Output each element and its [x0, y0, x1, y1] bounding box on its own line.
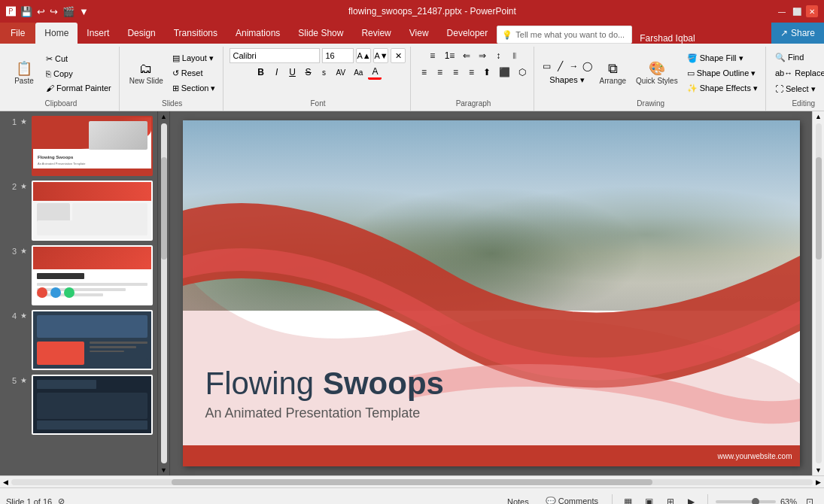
tab-design[interactable]: Design — [118, 23, 164, 44]
slide-thumb-3[interactable]: 3 ★ — [5, 245, 153, 305]
tab-file[interactable]: File — [0, 23, 35, 44]
slide-preview-1[interactable]: Flowing Swoops An Animated Presentation … — [32, 116, 153, 176]
view-normal-btn[interactable]: ▦ — [620, 493, 637, 505]
align-text-btn[interactable]: ⬛ — [496, 65, 513, 80]
change-case-btn[interactable]: Aa — [351, 65, 366, 80]
shapes-dropdown[interactable]: Shapes ▾ — [546, 74, 587, 87]
font-color-btn[interactable]: A — [368, 65, 382, 80]
save-icon[interactable]: 💾 — [20, 6, 32, 17]
align-center-btn[interactable]: ≡ — [433, 65, 446, 80]
scroll-down-btn[interactable]: ▼ — [159, 465, 169, 475]
main-scroll-thumb[interactable] — [816, 157, 822, 260]
tab-home[interactable]: Home — [35, 23, 78, 44]
copy-button[interactable]: ⎘ Copy — [43, 68, 114, 80]
font-family-input[interactable] — [230, 48, 320, 63]
slide-thumb-5[interactable]: 5 ★ — [5, 375, 153, 435]
h-scroll-left[interactable]: ◀ — [2, 477, 10, 487]
slide-preview-2[interactable] — [32, 181, 153, 241]
shape-arrow[interactable]: → — [567, 60, 579, 72]
close-btn[interactable]: ✕ — [806, 5, 818, 17]
maximize-btn[interactable]: ⬜ — [791, 5, 803, 17]
font-size-input[interactable] — [322, 48, 354, 63]
scroll-up-btn[interactable]: ▲ — [159, 111, 169, 122]
shape-line[interactable]: ╱ — [554, 60, 566, 72]
shadow-btn[interactable]: s — [318, 65, 331, 80]
share-button[interactable]: ↗ Share — [771, 23, 824, 44]
shape-outline-button[interactable]: ▭ Shape Outline ▾ — [684, 67, 761, 80]
redo-icon[interactable]: ↪ — [50, 6, 58, 17]
quick-styles-button[interactable]: 🎨 Quick Styles — [632, 59, 682, 87]
section-button[interactable]: ⊞ Section ▾ — [169, 82, 219, 95]
undo-icon[interactable]: ↩ — [37, 6, 45, 17]
layout-button[interactable]: ▤ Layout ▾ — [169, 52, 219, 65]
notes-button[interactable]: Notes — [501, 496, 535, 505]
view-reading-btn[interactable]: ⊞ — [662, 493, 679, 505]
ribbon-group-slides: 🗂 New Slide ▤ Layout ▾ ↺ Reset ⊞ Section… — [121, 47, 224, 111]
tab-view[interactable]: View — [400, 23, 438, 44]
align-left-btn[interactable]: ≡ — [417, 65, 430, 80]
char-spacing-btn[interactable]: AV — [333, 65, 349, 80]
replace-button[interactable]: ab↔ Replace ▾ — [772, 67, 824, 80]
select-button[interactable]: ⛶ Select ▾ — [772, 83, 824, 96]
window-controls: — ⬜ ✕ — [776, 5, 818, 17]
tab-animations[interactable]: Animations — [227, 23, 289, 44]
zoom-slider[interactable] — [716, 500, 776, 503]
h-scroll-thumb[interactable] — [172, 479, 652, 485]
format-painter-button[interactable]: 🖌 Format Painter — [43, 82, 114, 94]
view-slide-sorter-btn[interactable]: ▣ — [641, 493, 658, 505]
tab-transitions[interactable]: Transitions — [165, 23, 227, 44]
slide-preview-5[interactable] — [32, 375, 153, 435]
zoom-thumb[interactable] — [752, 498, 759, 505]
shape-ellipse[interactable]: ◯ — [581, 60, 593, 72]
cut-button[interactable]: ✂ Cut — [43, 53, 114, 65]
tab-insert[interactable]: Insert — [78, 23, 118, 44]
h-scroll-right[interactable]: ▶ — [814, 477, 822, 487]
tab-developer[interactable]: Developer — [438, 23, 497, 44]
slides-label: Slides — [162, 98, 182, 109]
align-right-btn[interactable]: ≡ — [448, 65, 462, 80]
view-slideshow-btn[interactable]: ▶ — [683, 493, 700, 505]
shape-effects-button[interactable]: ✨ Shape Effects ▾ — [684, 82, 761, 95]
tab-review[interactable]: Review — [352, 23, 400, 44]
quick-access-dropdown[interactable]: ▼ — [79, 6, 89, 17]
text-direction-btn[interactable]: ⬆ — [480, 65, 494, 80]
present-icon[interactable]: 🎬 — [62, 6, 74, 17]
italic-btn[interactable]: I — [270, 65, 284, 80]
numbering-btn[interactable]: 1≡ — [442, 48, 458, 63]
paste-button[interactable]: 📋 Paste — [8, 59, 41, 87]
find-button[interactable]: 🔍 Find — [772, 51, 824, 64]
bullets-btn[interactable]: ≡ — [426, 48, 439, 63]
decrease-font-btn[interactable]: A▼ — [373, 48, 388, 63]
shape-fill-button[interactable]: 🪣 Shape Fill ▾ — [684, 52, 761, 65]
minimize-btn[interactable]: — — [776, 5, 788, 17]
slide-thumb-1[interactable]: 1 ★ Flowing Swoops An Animated Presentat… — [5, 116, 153, 176]
slide-canvas[interactable]: Flowing Swoops An Animated Presentation … — [183, 120, 800, 466]
slide-thumb-4[interactable]: 4 ★ — [5, 310, 153, 370]
increase-font-btn[interactable]: A▲ — [356, 48, 371, 63]
decrease-indent-btn[interactable]: ⇐ — [460, 48, 473, 63]
underline-btn[interactable]: U — [286, 65, 299, 80]
slide-preview-3[interactable] — [32, 245, 153, 305]
fit-slide-btn[interactable]: ⊡ — [801, 493, 818, 505]
line-spacing-btn[interactable]: ↕ — [491, 48, 505, 63]
smartart-btn[interactable]: ⬡ — [515, 65, 529, 80]
bold-btn[interactable]: B — [254, 65, 268, 80]
increase-indent-btn[interactable]: ⇒ — [476, 48, 489, 63]
columns-btn[interactable]: ⫴ — [507, 48, 521, 63]
reset-button[interactable]: ↺ Reset — [169, 67, 219, 80]
comments-button[interactable]: 💬 Comments — [540, 495, 604, 504]
main-scroll-up[interactable]: ▲ — [813, 111, 823, 122]
slide-thumb-2[interactable]: 2 ★ — [5, 181, 153, 241]
clear-formatting-btn[interactable]: ✕ — [391, 48, 406, 63]
new-slide-button[interactable]: 🗂 New Slide — [126, 59, 167, 87]
tab-slideshow[interactable]: Slide Show — [289, 23, 352, 44]
scroll-thumb[interactable] — [161, 157, 167, 260]
slides-content: 🗂 New Slide ▤ Layout ▾ ↺ Reset ⊞ Section… — [126, 48, 219, 98]
strikethrough-btn[interactable]: S — [302, 65, 315, 80]
slide-preview-4[interactable] — [32, 310, 153, 370]
justify-btn[interactable]: ≡ — [464, 65, 478, 80]
tell-me-input[interactable]: 💡 Tell me what you want to do... — [497, 26, 632, 44]
main-scroll-down[interactable]: ▼ — [813, 465, 823, 475]
shape-rect[interactable]: ▭ — [540, 60, 552, 72]
arrange-button[interactable]: ⧉ Arrange — [595, 59, 630, 87]
